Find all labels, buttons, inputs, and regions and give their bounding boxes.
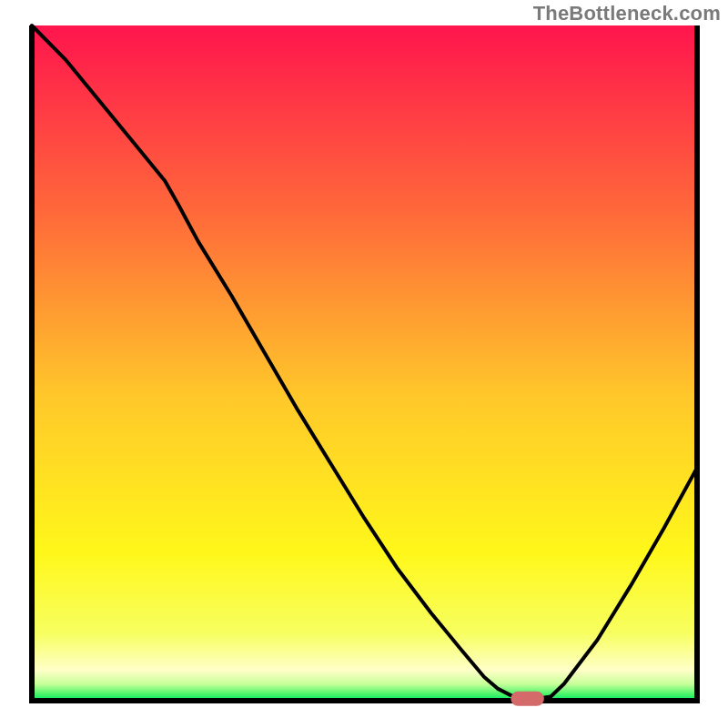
chart-container: TheBottleneck.com (0, 0, 728, 728)
plot-gradient (32, 25, 697, 701)
optimal-marker (511, 692, 544, 706)
bottleneck-chart (0, 0, 728, 728)
